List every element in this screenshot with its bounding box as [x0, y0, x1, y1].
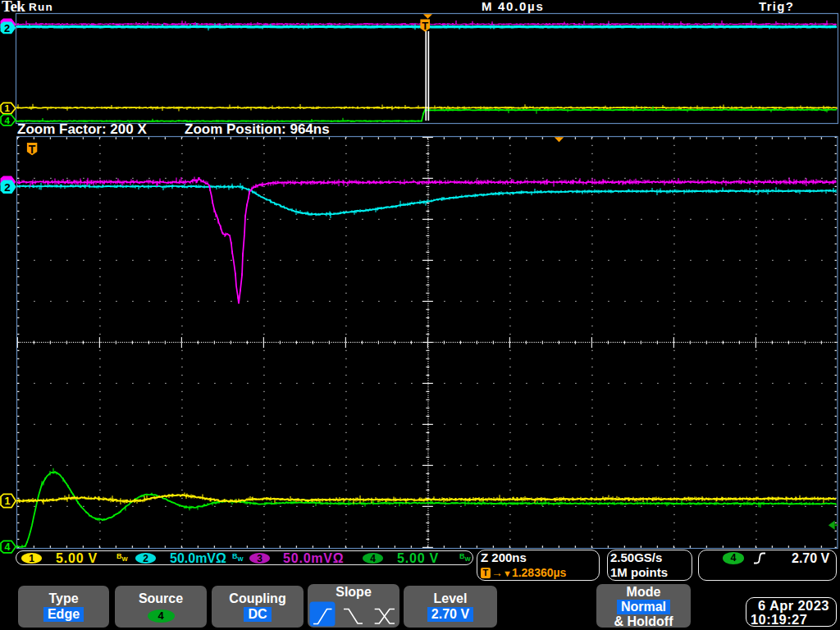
- svg-text:T: T: [29, 143, 36, 156]
- svg-text:2: 2: [4, 181, 11, 194]
- svg-text:1: 1: [5, 495, 11, 507]
- svg-text:4: 4: [5, 541, 11, 553]
